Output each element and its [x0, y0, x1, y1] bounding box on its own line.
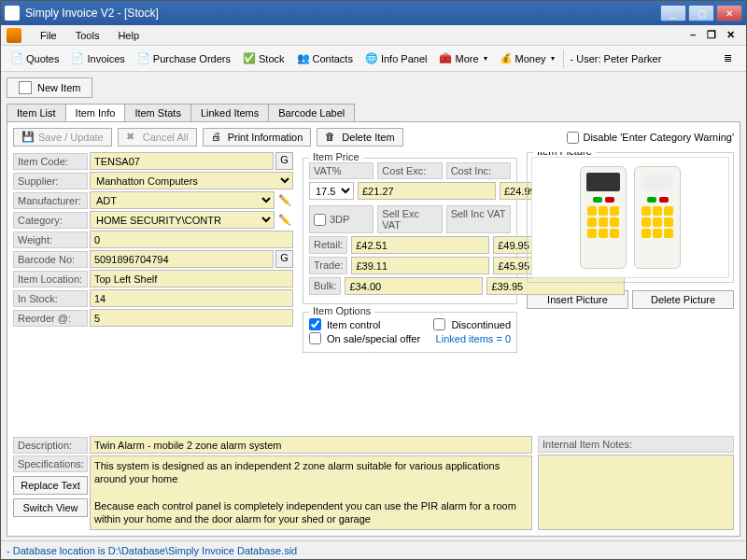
maximize-button[interactable]: ▢ — [688, 5, 714, 21]
edit-manufacturer-icon[interactable]: ✏️ — [276, 192, 293, 209]
specifications-textarea[interactable]: This system is designed as an independen… — [90, 455, 532, 530]
weight-input[interactable] — [90, 231, 293, 248]
app-small-icon — [7, 28, 21, 43]
bottom-row: Description: Specifications: Replace Tex… — [13, 436, 734, 530]
statusbar: - Database location is D:\Database\Simpl… — [1, 540, 746, 559]
toolbar-purchase-orders[interactable]: 📄Purchase Orders — [132, 49, 236, 68]
on-sale-checkbox[interactable] — [309, 332, 321, 344]
cost-exc-input[interactable] — [358, 182, 496, 200]
disable-warning-checkbox[interactable] — [567, 132, 579, 144]
device-image-1 — [580, 166, 627, 269]
item-picture-group: Item Picture — [527, 152, 734, 283]
cost-inc-header: Cost Inc: — [446, 162, 511, 179]
money-icon: 💰 — [500, 52, 513, 65]
barcode-g-button[interactable]: G — [275, 250, 293, 268]
label-reorder: Reorder @: — [13, 310, 88, 327]
replace-text-button[interactable]: Replace Text — [13, 476, 88, 495]
toolbar-stock[interactable]: ✅Stock — [237, 49, 290, 68]
save-update-button[interactable]: 💾Save / Update — [13, 128, 112, 147]
tab-item-stats[interactable]: Item Stats — [124, 104, 191, 121]
toolbar-overflow[interactable]: ≣ — [718, 49, 742, 68]
item-price-group: Item Price VAT%Cost Exc:Cost Inc: 17.5 3… — [303, 158, 517, 304]
reorder-input[interactable] — [90, 309, 293, 327]
label-description: Description: — [13, 437, 88, 454]
window-title: Simply Invoice V2 - [Stock] — [25, 7, 660, 20]
vat-header: VAT% — [309, 162, 374, 179]
toolbar: 📄Quotes 📄Invoices 📄Purchase Orders ✅Stoc… — [1, 46, 746, 72]
more-icon: 🧰 — [439, 52, 452, 65]
toolbar-more[interactable]: 🧰More▾ — [433, 49, 492, 68]
discontinued-checkbox[interactable] — [433, 318, 445, 330]
mdi-restore[interactable]: ❐ — [705, 29, 718, 42]
mdi-minimize[interactable]: – — [686, 29, 699, 42]
minimize-button[interactable]: _ — [660, 5, 686, 21]
toolbar-info-panel[interactable]: 🌐Info Panel — [359, 49, 433, 68]
delete-icon: 🗑 — [325, 131, 338, 144]
toolbar-invoices[interactable]: 📄Invoices — [65, 49, 130, 68]
contacts-icon: 👥 — [297, 52, 310, 65]
edit-category-icon[interactable]: ✏️ — [276, 212, 293, 229]
switch-view-button[interactable]: Switch View — [13, 498, 88, 517]
menu-file[interactable]: File — [31, 28, 66, 43]
item-picture — [531, 157, 729, 278]
info-icon: 🌐 — [365, 52, 378, 65]
item-code-input[interactable] — [90, 152, 274, 170]
label-category: Category: — [13, 212, 88, 229]
middle-column: Item Price VAT%Cost Exc:Cost Inc: 17.5 3… — [303, 152, 517, 430]
invoices-icon: 📄 — [71, 52, 84, 65]
item-code-g-button[interactable]: G — [275, 152, 293, 170]
tab-item-info[interactable]: Item Info — [65, 104, 126, 121]
item-options-group: Item Options Item controlDiscontinued On… — [303, 312, 517, 353]
label-in-stock: In Stock: — [13, 290, 88, 307]
label-location: Item Location: — [13, 271, 88, 287]
menu-tools[interactable]: Tools — [66, 28, 109, 43]
save-icon: 💾 — [21, 131, 35, 144]
linked-items-link[interactable]: Linked items = 0 — [436, 333, 511, 344]
manufacturer-select[interactable]: ADT — [90, 191, 275, 209]
supplier-select[interactable]: Manhatton Computers — [90, 172, 293, 189]
mdi-close[interactable]: ✕ — [724, 29, 737, 42]
chevron-down-icon: ▾ — [484, 54, 487, 63]
tab-linked-items[interactable]: Linked Items — [190, 104, 269, 121]
toolbar-money[interactable]: 💰Money▾ — [494, 49, 560, 68]
sell-inc-header: Sell Inc VAT — [446, 205, 511, 233]
titlebar: Simply Invoice V2 - [Stock] _ ▢ ✕ — [1, 1, 746, 25]
label-item-code: Item Code: — [13, 153, 88, 170]
toolbar-separator — [563, 49, 564, 68]
tab-barcode-label[interactable]: Barcode Label — [268, 104, 355, 121]
print-information-button[interactable]: 🖨Print Information — [203, 128, 312, 147]
in-stock-input[interactable] — [90, 289, 293, 307]
close-button[interactable]: ✕ — [716, 5, 742, 21]
threedp-checkbox[interactable] — [314, 214, 326, 226]
location-input[interactable] — [90, 270, 293, 287]
cancel-all-button[interactable]: ✖Cancel All — [118, 128, 197, 147]
purchase-orders-icon: 📄 — [137, 52, 150, 65]
label-barcode: Barcode No: — [13, 251, 88, 268]
new-item-icon — [19, 81, 32, 94]
label-specifications: Specifications: — [13, 455, 88, 472]
delete-item-button[interactable]: 🗑Delete Item — [317, 128, 402, 147]
internal-notes-textarea[interactable] — [538, 455, 734, 530]
vat-select[interactable]: 17.5 — [309, 182, 354, 200]
new-item-button[interactable]: New Item — [7, 77, 92, 98]
menubar: File Tools Help – ❐ ✕ — [1, 25, 746, 46]
toolbar-contacts[interactable]: 👥Contacts — [291, 49, 359, 68]
description-input[interactable] — [90, 436, 532, 454]
toolbar-quotes[interactable]: 📄Quotes — [5, 49, 64, 68]
category-select[interactable]: HOME SECURITY\CONTR — [90, 211, 275, 229]
menu-help[interactable]: Help — [108, 28, 148, 43]
bulk-exc-input[interactable] — [345, 277, 483, 295]
tab-item-list[interactable]: Item List — [7, 104, 66, 121]
sell-exc-header: Sell Exc VAT — [377, 205, 442, 233]
content-area: New Item Item List Item Info Item Stats … — [1, 72, 746, 540]
retail-header: Retail: — [309, 236, 347, 254]
delete-picture-button[interactable]: Delete Picture — [632, 290, 734, 309]
retail-exc-input[interactable] — [351, 236, 489, 254]
barcode-input[interactable] — [90, 250, 274, 268]
cost-exc-header: Cost Exc: — [377, 162, 442, 179]
item-control-checkbox[interactable] — [309, 318, 321, 330]
toolbar-user: - User: Peter Parker — [571, 53, 662, 64]
trade-exc-input[interactable] — [351, 257, 489, 274]
trade-header: Trade: — [309, 257, 347, 274]
overflow-icon: ≣ — [724, 52, 737, 65]
